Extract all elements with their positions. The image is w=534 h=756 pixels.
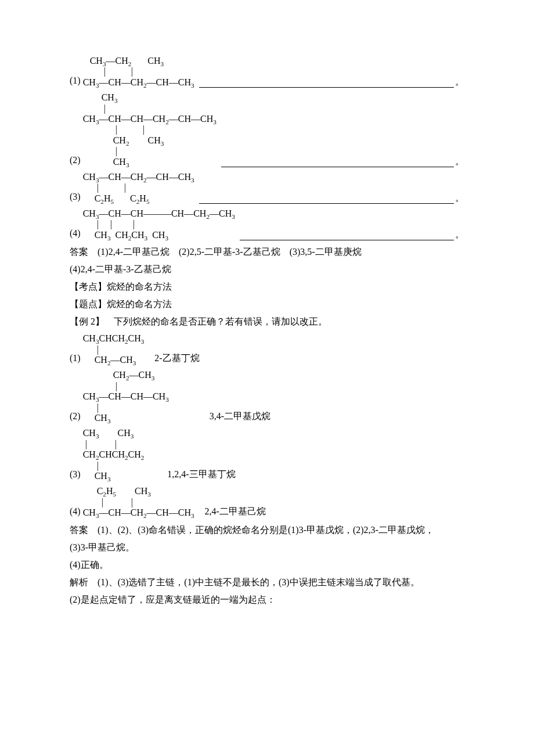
item-prefix: (3)	[70, 190, 81, 205]
q1-item-3: (3) CH3—CH—CH2—CH—CH3 | | C2H5 C2H5 。	[70, 171, 464, 205]
structure: CH3—CH—CH———CH—CH2—CH3 | | | CH3 CH2CH3 …	[83, 208, 235, 240]
example-label: 【例 2】	[70, 316, 104, 326]
item-prefix: (4)	[70, 226, 81, 242]
item-prefix: (2)	[70, 153, 81, 168]
answer-label: 答案	[70, 247, 88, 257]
q2-jiexi-line2: (2)是起点定错了，应是离支链最近的一端为起点：	[70, 593, 464, 607]
answer-label: 答案	[70, 525, 88, 535]
item-prefix: (4)	[70, 505, 81, 520]
given-name: 1,2,4-三甲基丁烷	[167, 467, 235, 483]
q1-item-2: (2) CH3 | CH3—CH—CH—CH2—CH—CH3 | | CH2 C…	[70, 91, 464, 168]
answer-blank[interactable]	[199, 78, 454, 88]
q2-answer-line3: (4)正确。	[70, 558, 464, 572]
answer-blank[interactable]	[240, 231, 454, 240]
q2-answer-line1: 答案 (1)、(2)、(3)命名错误，正确的烷烃命名分别是(1)3-甲基戊烷，(…	[70, 523, 464, 537]
answer-text: (1)2,4-二甲基己烷 (2)2,5-二甲基-3-乙基己烷 (3)3,5-二甲…	[98, 247, 362, 257]
answer-blank[interactable]	[221, 157, 454, 167]
q2-item-4: (4) C2H5 CH3 | | CH3—CH—CH2—CH—CH3 2,4-二…	[70, 485, 464, 519]
q1-answer-line2: (4)2,4-二甲基-3-乙基己烷	[70, 262, 464, 276]
q2-item-2: (2) CH2—CH3 | CH3—CH—CH—CH3 | CH3 3,4-二甲…	[70, 369, 464, 424]
q1-item-1: (1) CH3—CH2 CH3 | | CH3—CH—CH2—CH—CH3 。	[70, 55, 464, 89]
structure: CH3 | CH3—CH—CH—CH2—CH—CH3 | | CH2 CH3 |…	[83, 92, 217, 167]
structure: C2H5 CH3 | | CH3—CH—CH2—CH—CH3	[83, 486, 194, 518]
given-name: 2,4-二甲基己烷	[205, 505, 266, 520]
structure: CH3CHCH2CH3 | CH2—CH3	[83, 333, 145, 365]
item-prefix: (1)	[70, 74, 81, 89]
q1-answer-line1: 答案 (1)2,4-二甲基己烷 (2)2,5-二甲基-3-乙基己烷 (3)3,5…	[70, 245, 464, 259]
q2-jiexi-line1: 解析 (1)、(3)选错了主链，(1)中主链不是最长的，(3)中误把主链末端当成…	[70, 575, 464, 589]
item-prefix: (3)	[70, 467, 81, 483]
structure: CH3 CH3 | | CH2CHCH2CH2 | CH3	[83, 428, 145, 481]
item-prefix: (2)	[70, 409, 81, 424]
period: 。	[455, 228, 464, 242]
answer-blank[interactable]	[199, 194, 454, 204]
jiexi-label: 解析	[70, 577, 88, 587]
q1-item-4: (4) CH3—CH—CH———CH—CH2—CH3 | | | CH3 CH2…	[70, 207, 464, 242]
structure: CH3—CH2 CH3 | | CH3—CH—CH2—CH—CH3	[83, 56, 194, 88]
q2-stem: 【例 2】 下列烷烃的命名是否正确？若有错误，请加以改正。	[70, 315, 464, 329]
item-prefix: (1)	[70, 351, 81, 366]
q1-kaodian: 【考点】烷烃的命名方法	[70, 280, 464, 294]
q2-answer-line2: (3)3-甲基己烷。	[70, 541, 464, 555]
period: 。	[455, 191, 464, 205]
structure: CH3—CH—CH2—CH—CH3 | | C2H5 C2H5	[83, 172, 194, 204]
q2-item-1: (1) CH3CHCH2CH3 | CH2—CH3 2-乙基丁烷	[70, 332, 464, 366]
period: 。	[455, 154, 464, 168]
given-name: 3,4-二甲基戊烷	[210, 409, 270, 424]
structure: CH2—CH3 | CH3—CH—CH—CH3 | CH3	[83, 370, 169, 423]
q1-tidian: 【题点】烷烃的命名方法	[70, 297, 464, 311]
q2-item-3: (3) CH3 CH3 | | CH2CHCH2CH2 | CH3 1,2,4-…	[70, 427, 464, 483]
period: 。	[455, 75, 464, 89]
given-name: 2-乙基丁烷	[154, 351, 199, 366]
